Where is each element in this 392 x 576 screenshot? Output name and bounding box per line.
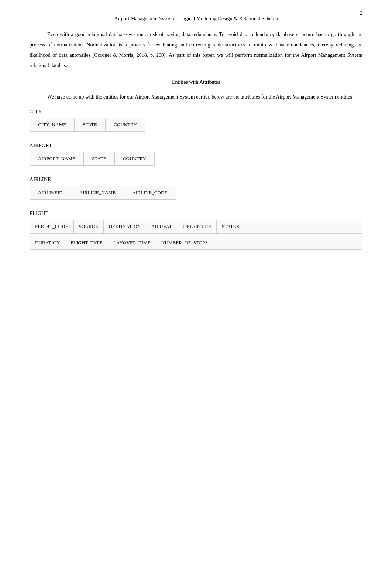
- entity-city-label: CITY: [30, 109, 362, 115]
- airport-attr-3: COUNTRY: [115, 152, 154, 165]
- entity-airline: AIRLINE AIRLINEID AIRLINE_NAME AIRLINE_C…: [30, 177, 362, 203]
- flight-row-2: DURATION FLIGHT_TYPE LAYOVER_TIME NUMBER…: [30, 236, 362, 250]
- entity-city: CITY CITY_NAME STATE COUNTRY: [30, 109, 362, 135]
- flight-attr-2: SOURCE: [74, 220, 104, 233]
- paragraph-2: We have come up with the entities for ou…: [30, 92, 362, 102]
- city-attr-2: STATE: [75, 118, 106, 131]
- flight-attr-9: LAYOVER_TIME: [108, 236, 156, 249]
- entity-airport-label: AIRPORT: [30, 143, 362, 149]
- flight-attr-5: DEPARTURE: [178, 220, 217, 233]
- airline-attr-2: AIRLINE_NAME: [71, 186, 124, 199]
- entity-flight: FLIGHT FLIGHT_CODE SOURCE DESTINATION AR…: [30, 211, 362, 250]
- entity-airline-table: AIRLINEID AIRLINE_NAME AIRLINE_CODE: [30, 186, 176, 200]
- entity-airline-label: AIRLINE: [30, 177, 362, 183]
- airport-attr-2: STATE: [84, 152, 115, 165]
- flight-attr-8: FLIGHT_TYPE: [65, 236, 108, 249]
- document-title: Airport Management System – Logical Mode…: [30, 15, 362, 23]
- entity-flight-label: FLIGHT: [30, 211, 362, 217]
- airport-attr-1: AIRPORT_NAME: [30, 152, 84, 165]
- flight-row-1: FLIGHT_CODE SOURCE DESTINATION ARRIVAL D…: [30, 220, 362, 234]
- entity-airport-table: AIRPORT_NAME STATE COUNTRY: [30, 152, 155, 166]
- flight-attr-3: DESTINATION: [104, 220, 147, 233]
- flight-attr-10: NUMBER_OF_STOPS: [156, 236, 213, 249]
- flight-attr-1: FLIGHT_CODE: [30, 220, 74, 233]
- flight-attr-4: ARRIVAL: [146, 220, 178, 233]
- airline-attr-1: AIRLINEID: [30, 186, 71, 199]
- city-attr-3: COUNTRY: [106, 118, 145, 131]
- paragraph-1: Even with a good relational database we …: [30, 30, 362, 71]
- city-attr-1: CITY_NAME: [30, 118, 75, 131]
- section-heading: Entities with Attributes: [30, 78, 362, 86]
- flight-attr-6: STATUS: [217, 220, 244, 233]
- entity-city-table: CITY_NAME STATE COUNTRY: [30, 118, 145, 132]
- entity-airport: AIRPORT AIRPORT_NAME STATE COUNTRY: [30, 143, 362, 169]
- airline-attr-3: AIRLINE_CODE: [124, 186, 175, 199]
- flight-attr-7: DURATION: [30, 236, 65, 249]
- page-number: 2: [360, 10, 362, 16]
